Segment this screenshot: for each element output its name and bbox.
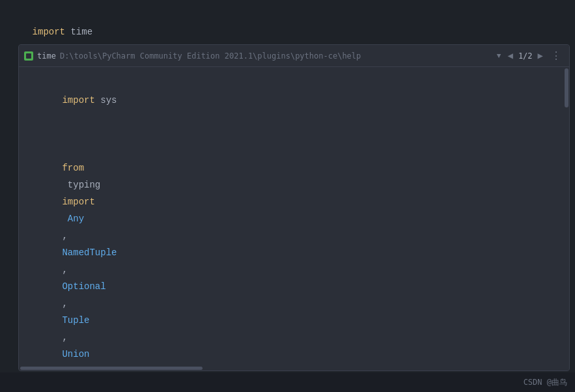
python-icon: [24, 51, 33, 61]
keyword-import: import: [33, 27, 65, 37]
code-line-import-sys: import sys: [29, 75, 559, 126]
dropdown-arrow-icon[interactable]: ▼: [497, 52, 501, 60]
vertical-scrollbar[interactable]: [564, 67, 569, 371]
doc-counter: 1/2: [518, 51, 533, 61]
next-doc-button[interactable]: ▶: [535, 49, 546, 63]
vertical-scrollbar-thumb[interactable]: [565, 68, 568, 107]
horizontal-scrollbar-thumb[interactable]: [20, 367, 203, 370]
watermark-text: CSDN @曲鸟: [524, 377, 567, 388]
popup-header: time D:\tools\PyCharm Community Edition …: [19, 45, 569, 67]
popup-module-path: D:\tools\PyCharm Community Edition 2021.…: [60, 51, 493, 61]
bottom-status-bar: CSDN @曲鸟: [0, 372, 575, 392]
code-line-blank1: [29, 126, 559, 143]
module-time: time: [65, 27, 92, 37]
documentation-popup: time D:\tools\PyCharm Community Edition …: [18, 44, 570, 371]
code-line-from-typing: from typing import Any , NamedTuple , Op…: [29, 143, 559, 371]
popup-content-area: import sys from typing import Any , Name…: [19, 67, 569, 371]
popup-nav: ◀ 1/2 ▶ ⋮: [505, 49, 564, 63]
popup-module-name: time: [37, 51, 56, 61]
horizontal-scrollbar[interactable]: [19, 365, 564, 371]
prev-doc-button[interactable]: ◀: [505, 49, 515, 63]
more-options-button[interactable]: ⋮: [548, 49, 564, 63]
